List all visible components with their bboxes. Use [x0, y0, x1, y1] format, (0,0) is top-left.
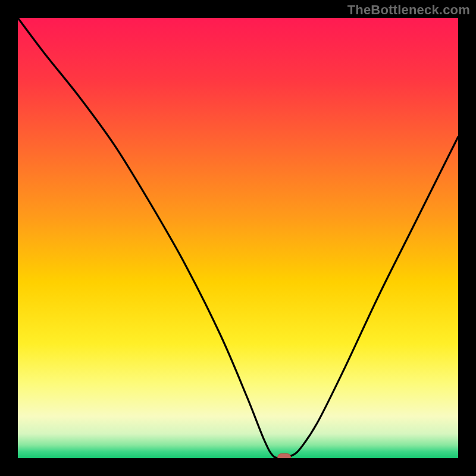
watermark-text: TheBottleneck.com — [347, 2, 470, 18]
plot-background — [18, 18, 458, 458]
bottleneck-chart — [0, 0, 476, 476]
optimal-point-marker — [278, 454, 291, 462]
chart-frame: { "watermark": "TheBottleneck.com", "col… — [0, 0, 476, 476]
